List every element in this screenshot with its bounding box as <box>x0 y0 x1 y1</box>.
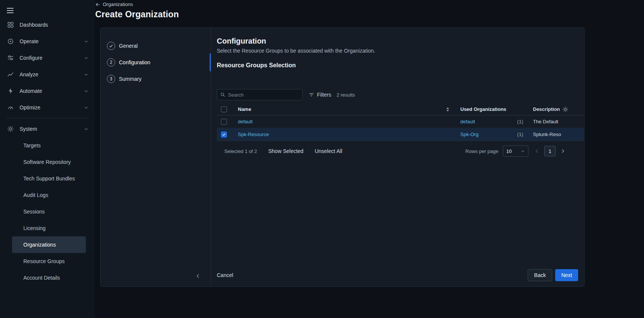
step-label: Summary <box>119 76 142 82</box>
arrow-left-icon <box>95 2 100 7</box>
configuration-subtitle: Select the Resource Groups to be associa… <box>217 48 584 54</box>
column-header-name[interactable]: Name <box>238 106 251 112</box>
pagination: Rows per page 10 1 <box>466 145 565 157</box>
rows-per-page-value: 10 <box>506 148 512 154</box>
sidebar-item-system[interactable]: System <box>0 121 95 137</box>
analyze-icon <box>7 71 14 78</box>
step-label: Configuration <box>119 59 150 65</box>
chevron-down-icon <box>84 55 89 61</box>
configuration-content: Configuration Select the Resource Groups… <box>211 28 584 286</box>
system-subnav: Targets Software Repository Tech Support… <box>0 137 95 286</box>
sidebar-item-label: Automate <box>20 88 42 94</box>
show-selected-button[interactable]: Show Selected <box>268 148 303 154</box>
system-gear-icon <box>7 125 14 133</box>
sidebar-item-software-repository[interactable]: Software Repository <box>12 154 86 170</box>
menu-icon[interactable] <box>0 5 21 17</box>
filters-button[interactable]: Filters <box>309 92 331 98</box>
page-header: Organizations Create Organization <box>95 0 644 20</box>
step-complete-check-icon <box>107 42 115 50</box>
step-summary[interactable]: 3 Summary <box>100 71 211 87</box>
breadcrumb-back-link[interactable]: Organizations <box>95 2 133 7</box>
dashboards-icon <box>7 21 14 29</box>
wizard-actions: Cancel Back Next <box>217 269 584 281</box>
description-cell: The Default <box>526 119 584 124</box>
table-header-row: Name Used Organizations Description <box>217 103 584 115</box>
sidebar-item-operate[interactable]: Operate <box>0 33 95 50</box>
cancel-button[interactable]: Cancel <box>217 272 233 278</box>
sidebar-item-account-details[interactable]: Account Details <box>12 270 86 286</box>
rows-per-page-select[interactable]: 10 <box>503 145 528 157</box>
used-organization-count: (1) <box>517 132 523 137</box>
sidebar-item-label: Optimize <box>20 104 40 111</box>
results-count: 2 results <box>336 92 355 98</box>
select-all-checkbox[interactable] <box>221 106 227 112</box>
chevron-down-icon <box>84 105 89 110</box>
sort-icon[interactable] <box>446 107 450 112</box>
operate-icon <box>7 38 14 45</box>
column-header-used-organizations[interactable]: Used Organizations <box>460 106 506 112</box>
used-organization-link[interactable]: default <box>460 119 475 124</box>
sidebar-item-organizations[interactable]: Organizations <box>12 236 86 253</box>
filter-icon <box>309 92 314 98</box>
sidebar-item-resource-groups[interactable]: Resource Groups <box>12 253 86 270</box>
sidebar-item-configure[interactable]: Configure <box>0 50 95 66</box>
column-header-description[interactable]: Description <box>526 106 584 112</box>
sidebar-item-label: Analyze <box>20 71 38 77</box>
row-checkbox[interactable] <box>221 119 227 125</box>
sidebar-item-label: Operate <box>20 38 39 44</box>
chevron-down-icon <box>84 39 89 44</box>
search-input[interactable] <box>228 92 299 98</box>
selection-summary: Selected 1 of 2 <box>224 148 257 154</box>
sidebar-item-automate[interactable]: Automate <box>0 83 95 99</box>
used-organization-count: (1) <box>517 119 523 124</box>
rows-per-page-label: Rows per page <box>466 148 498 154</box>
step-general[interactable]: General <box>100 38 211 54</box>
sidebar-item-analyze[interactable]: Analyze <box>0 66 95 83</box>
resource-groups-table: Name Used Organizations Description defa… <box>217 103 584 141</box>
table-toolbar: Filters 2 results <box>217 89 584 100</box>
page-title: Create Organization <box>95 9 644 20</box>
row-checkbox-checked[interactable] <box>221 132 227 138</box>
sidebar: Dashboards Operate Configure Analyze <box>0 0 95 318</box>
sidebar-item-licensing[interactable]: Licensing <box>12 220 86 236</box>
step-configuration[interactable]: 2 Configuration <box>100 54 211 71</box>
unselect-all-button[interactable]: Unselect All <box>315 148 342 154</box>
sidebar-item-label: Configure <box>20 55 43 61</box>
resource-groups-selection-title: Resource Groups Selection <box>217 62 584 69</box>
filters-label: Filters <box>317 92 331 98</box>
next-page-icon[interactable] <box>560 148 565 154</box>
chevron-down-icon <box>84 126 89 132</box>
sidebar-item-targets[interactable]: Targets <box>12 137 86 154</box>
sidebar-item-audit-logs[interactable]: Audit Logs <box>12 187 86 203</box>
chevron-down-icon <box>84 88 89 94</box>
step-number: 2 <box>107 58 115 67</box>
sidebar-item-dashboards[interactable]: Dashboards <box>0 17 95 33</box>
page-number-button[interactable]: 1 <box>544 146 556 156</box>
sidebar-divider <box>5 118 90 118</box>
chevron-left-icon <box>195 273 201 279</box>
optimize-icon <box>7 104 14 111</box>
table-settings-gear-icon[interactable] <box>562 106 568 112</box>
used-organization-link[interactable]: Spk-Org <box>460 132 478 137</box>
wizard-stepper: General 2 Configuration 3 Summary <box>100 28 211 286</box>
table-row-spk-resource: Spk-Resource Spk-Org (1) Splunk-Reso <box>217 128 584 141</box>
previous-page-icon[interactable] <box>534 148 540 154</box>
configure-icon <box>7 54 14 62</box>
description-cell: Splunk-Reso <box>526 132 584 137</box>
main-area: Organizations Create Organization Genera… <box>95 0 644 318</box>
step-label: General <box>119 43 138 49</box>
breadcrumb-label: Organizations <box>103 2 133 7</box>
sidebar-nav: Dashboards Operate Configure Analyze <box>0 17 95 286</box>
next-button[interactable]: Next <box>555 269 578 281</box>
collapse-stepper-button[interactable] <box>195 273 201 279</box>
table-row-default: default default (1) The Default <box>217 115 584 128</box>
sidebar-item-sessions[interactable]: Sessions <box>12 203 86 220</box>
back-button[interactable]: Back <box>528 269 552 281</box>
sidebar-item-optimize[interactable]: Optimize <box>0 99 95 116</box>
chevron-down-icon <box>521 149 525 153</box>
sidebar-item-label: Dashboards <box>20 22 48 28</box>
search-box[interactable] <box>217 89 303 100</box>
resource-group-name-link[interactable]: default <box>238 119 253 124</box>
sidebar-item-tech-support-bundles[interactable]: Tech Support Bundles <box>12 170 86 187</box>
resource-group-name-link[interactable]: Spk-Resource <box>238 132 269 137</box>
